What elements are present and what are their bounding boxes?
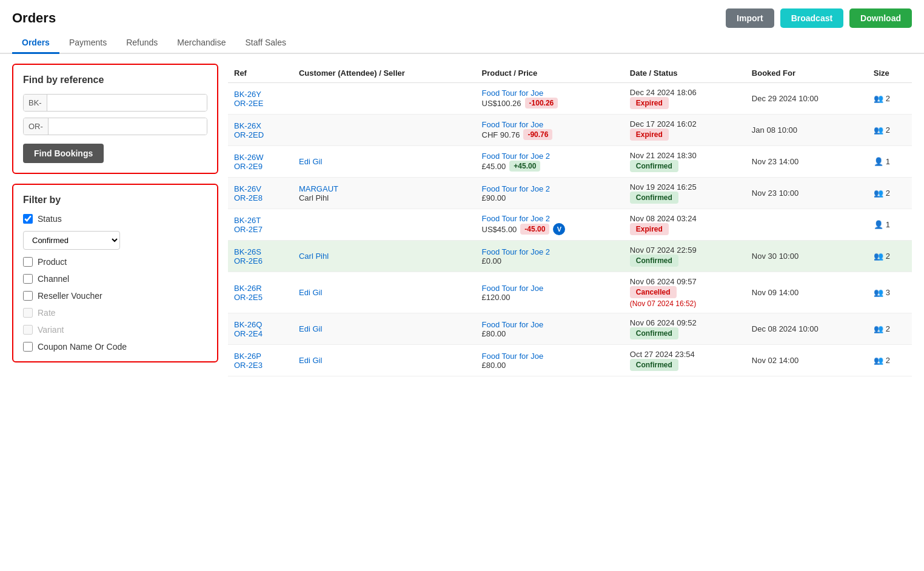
col-product: Product / Price [476,64,624,83]
coupon-checkbox[interactable] [23,342,33,352]
find-bookings-button[interactable]: Find Bookings [23,144,104,163]
ref-link-1[interactable]: BK-26Y [234,90,287,99]
customer-cell: Edi Gil [293,146,476,178]
product-link[interactable]: Food Tour for Joe 2 [482,184,551,193]
booked-for-cell [746,209,868,241]
coupon-label[interactable]: Coupon Name Or Code [38,342,127,352]
status-badge: Expired [630,129,740,141]
ref-link-2[interactable]: OR-2E8 [234,193,287,202]
booked-for-cell: Nov 09 14:00 [746,272,868,313]
status-label[interactable]: Status [38,214,62,224]
size-value: 2 [874,324,906,333]
broadcast-button[interactable]: Broadcast [780,8,843,28]
price-row: £45.00+45.00 [482,161,618,172]
reseller-label[interactable]: Reseller Voucher [38,291,102,301]
ref-link-1[interactable]: BK-26X [234,121,287,130]
booked-for-value: Nov 23 14:00 [752,157,798,166]
cancelled-date: (Nov 07 2024 16:52) [630,299,740,308]
ref-link-2[interactable]: OR-2ED [234,130,287,139]
booked-for-cell: Jan 08 10:00 [746,115,868,146]
table-row: BK-26ROR-2E5Edi GilFood Tour for Joe£120… [228,272,912,313]
product-label[interactable]: Product [38,257,67,267]
customer-cell [293,83,476,115]
product-link[interactable]: Food Tour for Joe 2 [482,247,551,256]
reseller-checkbox[interactable] [23,291,33,301]
tab-staff-sales[interactable]: Staff Sales [235,33,295,54]
product-checkbox[interactable] [23,257,33,267]
tab-orders[interactable]: Orders [12,33,59,54]
date-value: Nov 19 2024 16:25 [630,182,740,192]
customer-cell [293,115,476,146]
tab-refunds[interactable]: Refunds [116,33,167,54]
download-button[interactable]: Download [849,8,912,28]
col-ref: Ref [228,64,293,83]
date-cell: Dec 17 2024 16:02Expired [624,115,746,146]
size-value: 2 [874,252,906,261]
tab-payments[interactable]: Payments [59,33,116,54]
import-button[interactable]: Import [726,8,774,28]
product-link[interactable]: Food Tour for Joe [482,88,544,98]
booked-for-value: Dec 29 2024 10:00 [752,94,819,103]
product-link[interactable]: Food Tour for Joe 2 [482,152,551,161]
ref-link-2[interactable]: OR-2EE [234,99,287,108]
bk-input[interactable] [47,95,207,111]
col-customer: Customer (Attendee) / Seller [293,64,476,83]
ref-link-2[interactable]: OR-2E5 [234,293,287,302]
ref-link-2[interactable]: OR-2E3 [234,361,287,370]
status-badge: Expired [630,97,740,109]
price-badge: -45.00 [520,224,549,235]
size-value: 2 [874,189,906,198]
ref-cell: BK-26VOR-2E8 [228,178,293,209]
customer-name: Carl Pihl [299,252,329,261]
people-icon [874,94,883,103]
ref-link-1[interactable]: BK-26W [234,153,287,162]
table-header-row: Ref Customer (Attendee) / Seller Product… [228,64,912,83]
ref-input-group: BK- OR- [23,94,207,135]
customer-cell: Edi Gil [293,313,476,345]
size-value: 2 [874,94,906,103]
col-booked: Booked For [746,64,868,83]
ref-link-1[interactable]: BK-26T [234,216,287,225]
price-row: £0.00 [482,256,618,265]
booked-for-value: Nov 23 10:00 [752,189,798,198]
booked-for-cell: Nov 23 10:00 [746,178,868,209]
product-cell: Food Tour for Joe 2£45.00+45.00 [476,146,624,178]
booked-for-value: Dec 08 2024 10:00 [752,324,819,333]
ref-link-2[interactable]: OR-2E4 [234,329,287,338]
size-cell: 2 [868,241,912,272]
product-link[interactable]: Food Tour for Joe [482,320,544,329]
product-link[interactable]: Food Tour for Joe [482,352,544,361]
channel-checkbox[interactable] [23,274,33,284]
ref-link-1[interactable]: BK-26R [234,284,287,293]
ref-link-1[interactable]: BK-26V [234,184,287,193]
status-checkbox[interactable] [23,214,33,224]
ref-link-2[interactable]: OR-2E9 [234,162,287,171]
booked-for-cell: Dec 08 2024 10:00 [746,313,868,345]
product-cell: Food Tour for Joe£80.00 [476,345,624,376]
ref-link-2[interactable]: OR-2E6 [234,256,287,265]
people-icon [874,356,883,365]
price: £80.00 [482,329,506,338]
rate-label: Rate [38,308,56,318]
price: £120.00 [482,293,511,302]
date-value: Nov 06 2024 09:52 [630,318,740,327]
date-cell: Nov 21 2024 18:30Confirmed [624,146,746,178]
tab-merchandise[interactable]: Merchandise [167,33,235,54]
channel-label[interactable]: Channel [38,274,69,284]
price-row: £120.00 [482,293,618,302]
ref-cell: BK-26POR-2E3 [228,345,293,376]
product-link[interactable]: Food Tour for Joe [482,284,544,293]
find-by-reference-title: Find by reference [23,75,207,85]
ref-link-2[interactable]: OR-2E7 [234,225,287,234]
product-filter-row: Product [23,257,207,267]
ref-link-1[interactable]: BK-26S [234,247,287,256]
status-select[interactable]: Confirmed Expired Cancelled All [23,231,120,250]
date-value: Nov 21 2024 18:30 [630,151,740,160]
ref-link-1[interactable]: BK-26P [234,352,287,361]
ref-cell: BK-26WOR-2E9 [228,146,293,178]
product-link[interactable]: Food Tour for Joe [482,120,544,129]
product-link[interactable]: Food Tour for Joe 2 [482,214,551,223]
or-input[interactable] [49,118,207,135]
ref-link-1[interactable]: BK-26Q [234,320,287,329]
price-row: US$45.00-45.00V [482,223,618,235]
